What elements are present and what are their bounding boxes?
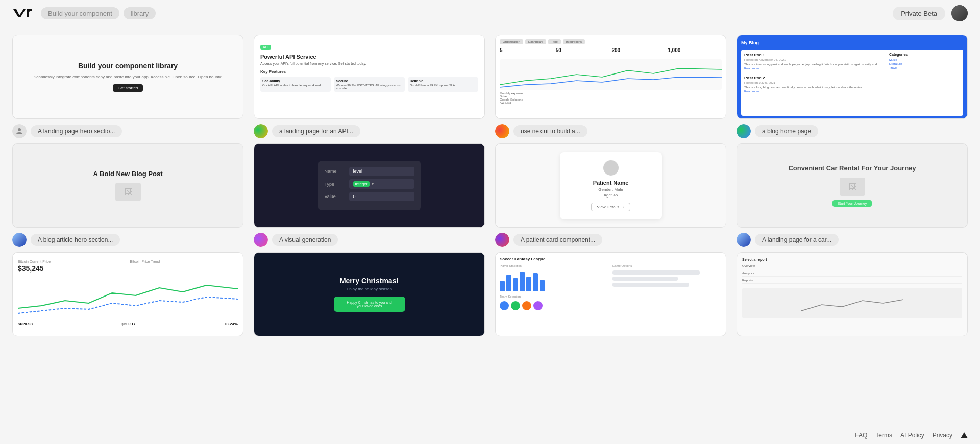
features-label: Key Features [260, 69, 478, 74]
post-1-link: Read more [744, 67, 886, 70]
fantasy-team-section: Team Selection [500, 295, 722, 310]
tab-role: Role [548, 39, 560, 44]
card-8-avatar [737, 233, 751, 247]
card-preview-4[interactable]: My Blog Post title 1 Posted on November … [737, 35, 968, 119]
blog-layout: Post title 1 Posted on November 24, 2021… [741, 50, 963, 116]
private-beta-button[interactable]: Private Beta [893, 7, 945, 20]
card-preview-9[interactable]: Bitcoin Current Price $35,245 Bitcoin Pr… [12, 252, 243, 336]
christmas-title: Merry Christmas! [340, 277, 399, 285]
bar-1 [500, 281, 505, 291]
avatar-image [951, 5, 968, 21]
card-column-1: Build your component library Seamlessly … [12, 35, 243, 336]
dashboard-tabs: Organization Dashboard Role Integrations [500, 39, 722, 44]
feature-3-name: Reliable [410, 79, 476, 83]
christmas-card-text1: Happy Christmas to you and [342, 301, 397, 304]
footer-ai-policy-link[interactable]: AI Policy [900, 432, 924, 439]
type-select: Integer ▾ [349, 179, 414, 189]
christmas-card-text2: your loved ones [342, 304, 397, 308]
categories-label: Categories [889, 53, 960, 56]
stat-1: 5 — [500, 47, 554, 56]
avatar[interactable] [951, 5, 968, 21]
header-pills: Build your component library [41, 7, 156, 19]
btc-chart [18, 278, 238, 318]
api-badge: API [260, 45, 271, 50]
christmas-subtitle: Enjoy the holiday season [347, 287, 392, 291]
dashboard-chart [500, 59, 722, 90]
btc-price: $35,245 [18, 264, 126, 273]
bar-4 [520, 272, 525, 291]
cards-grid: Build your component library Seamlessly … [12, 35, 968, 336]
btc-footer: $620.98 $20.1B +3.24% [18, 322, 238, 326]
feature-1-desc: Our API API scales to handle any workloa… [262, 84, 322, 87]
form-row-value: Value 0 [325, 192, 414, 201]
car-cta-button[interactable]: Start Your Journey [832, 200, 872, 207]
patient-card-inner: Patient Name Gender: Male Age: 45 View D… [560, 152, 662, 219]
chart-label: Monthly expense Drive Google Solutions A… [500, 92, 722, 104]
preview-1-cta[interactable]: Get started [113, 84, 143, 92]
avatar-green-yellow [254, 124, 268, 138]
card-preview-1[interactable]: Build your component library Seamlessly … [12, 35, 243, 119]
card-8-label: A landing page for a car... [755, 234, 839, 246]
api-title: Powerful API Service [260, 54, 478, 60]
header-pill-2: library [124, 7, 156, 19]
preview-5-img: 🖼 [115, 183, 141, 201]
fantasy-stats-label: Player Statistics [500, 264, 609, 267]
logo[interactable] [12, 7, 33, 19]
card-preview-5[interactable]: A Bold New Blog Post 🖼 [12, 143, 243, 228]
api-features: Scalability Our API API scales to handle… [260, 77, 478, 92]
stat-3: 200 — [612, 47, 666, 56]
tab-integrations: Integrations [563, 39, 585, 44]
footer-privacy-link[interactable]: Privacy [933, 432, 952, 439]
blog-header-title: My Blog [741, 39, 963, 46]
report-rows: Overview Analytics Reports [742, 264, 962, 284]
name-input: level [349, 167, 414, 176]
report-row-3-label: Reports [742, 279, 753, 282]
card-preview-7[interactable]: Patient Name Gender: Male Age: 45 View D… [495, 143, 726, 228]
card-4-avatar [737, 124, 751, 138]
cat-2: Literature [889, 62, 960, 65]
report-row-2-label: Analytics [742, 272, 754, 275]
card-label-2: a landing page for an API... [254, 124, 485, 138]
btc-stat-2: $20.1B [121, 322, 135, 326]
footer-terms-link[interactable]: Terms [875, 432, 892, 439]
value-input: 0 [349, 192, 414, 201]
form-row-name: Name level [325, 167, 414, 176]
blog-post-2: Post title 2 Posted on July 5, 2021 This… [744, 76, 886, 96]
post-2-link: Read more [744, 90, 886, 93]
btc-stat-1: $620.98 [18, 322, 33, 326]
card-preview-6[interactable]: Name level Type Integer ▾ Value 0 [254, 143, 485, 228]
cat-3: Travel [889, 66, 960, 69]
card-preview-2[interactable]: API Powerful API Service Access your API… [254, 35, 485, 119]
card-5-avatar [12, 233, 27, 247]
patient-avatar [603, 160, 619, 176]
card-preview-3[interactable]: Organization Dashboard Role Integrations… [495, 35, 726, 119]
fantasy-chart [500, 270, 609, 291]
christmas-card: Happy Christmas to you and your loved on… [334, 297, 405, 312]
player-2 [511, 301, 520, 310]
card-7-avatar [495, 233, 509, 247]
report-title: Select a report [742, 258, 962, 261]
avatar-green-blue [737, 124, 751, 138]
preview-5-title: A Bold New Blog Post [93, 170, 162, 178]
card-preview-10[interactable]: Merry Christmas! Enjoy the holiday seaso… [254, 252, 485, 336]
avatar-purple-red [495, 233, 509, 247]
footer-faq-link[interactable]: FAQ [855, 432, 867, 439]
card-preview-11[interactable]: Soccer Fantasy League Player Statistics [495, 252, 726, 336]
avatar-man-2 [737, 233, 751, 247]
view-details-button[interactable]: View Details → [591, 203, 630, 211]
patient-name: Patient Name [570, 180, 652, 186]
option-bar-1 [612, 270, 700, 275]
report-row-3: Reports [742, 279, 962, 284]
blog-footer-bar [738, 116, 966, 119]
card-preview-12[interactable]: Select a report Overview Analytics Repor… [737, 252, 968, 336]
card-label-6: A visual generation [254, 233, 485, 247]
card-preview-8[interactable]: Convenient Car Rental For Your Journey 🖼… [737, 143, 968, 228]
image-icon: 🖼 [124, 187, 132, 196]
btc-label: Bitcoin Current Price [18, 260, 126, 263]
avatar-sketch-icon [12, 124, 27, 138]
preview-1-title: Build your component library [78, 62, 178, 70]
visual-gen-form: Name level Type Integer ▾ Value 0 [318, 161, 421, 210]
btc-stat-3: +3.24% [224, 322, 238, 326]
fantasy-league-name: Soccer Fantasy League [500, 257, 722, 261]
report-row-1: Overview [742, 264, 962, 269]
